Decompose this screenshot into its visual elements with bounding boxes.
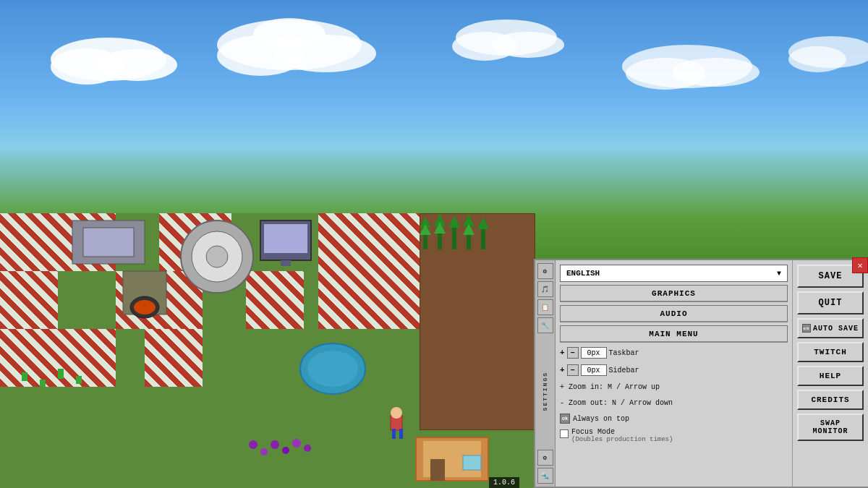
focus-mode-sublabel: (Doubles production times): [571, 436, 673, 443]
svg-marker-35: [448, 215, 460, 228]
swap-monitor-button[interactable]: SWAP MONITOR: [797, 414, 864, 441]
svg-rect-53: [392, 429, 396, 439]
svg-point-52: [391, 407, 402, 419]
settings-sidebar: ⚙ 🎵 📋 🔧 SETTINGS ⚙ 🔩: [535, 260, 556, 487]
sidebar-icon-6[interactable]: 🔩: [537, 468, 553, 484]
sidebar-label: Sidebar: [609, 367, 639, 374]
svg-point-22: [134, 300, 156, 314]
taskbar-plus[interactable]: +: [560, 348, 565, 357]
svg-point-46: [260, 448, 268, 455]
right-buttons-panel: SAVE QUIT ok AUTO SAVE TWITCH HELP CREDI…: [792, 260, 868, 487]
svg-point-2: [98, 49, 177, 81]
focus-mode-label: Focus Mode: [571, 428, 673, 436]
svg-rect-42: [40, 380, 46, 387]
sidebar-icon-4[interactable]: 🔧: [537, 317, 553, 333]
svg-point-49: [292, 439, 301, 448]
svg-point-12: [673, 58, 760, 87]
auto-save-button[interactable]: ok AUTO SAVE: [797, 318, 864, 338]
language-row: ENGLISH ▼: [560, 265, 788, 282]
svg-rect-44: [76, 376, 82, 384]
main-menu-tab[interactable]: MAIN MENU: [560, 325, 788, 343]
version-badge: 1.0.6: [489, 477, 519, 488]
credits-button[interactable]: CREDITS: [797, 390, 864, 410]
pixel-art: [0, 213, 535, 488]
always-on-top-label: Always on top: [573, 415, 629, 423]
svg-point-9: [492, 32, 564, 58]
sidebar-minus-btn[interactable]: −: [567, 364, 579, 376]
zoom-in-row: + Zoom in: M / Arrow up: [560, 380, 788, 393]
chevron-down-icon: ▼: [777, 270, 781, 278]
svg-point-6: [253, 18, 326, 50]
svg-point-50: [304, 445, 311, 452]
svg-rect-54: [399, 429, 403, 439]
svg-rect-57: [430, 459, 445, 481]
svg-point-48: [282, 447, 289, 454]
close-button[interactable]: ✕: [852, 257, 868, 273]
zoom-out-row: - Zoom out: N / Arrow down: [560, 396, 788, 409]
taskbar-label: Taskbar: [609, 349, 639, 357]
focus-mode-row: Focus Mode (Doubles production times): [560, 428, 788, 450]
settings-main-content: ENGLISH ▼ GRAPHICS AUDIO MAIN MENU + − 0…: [556, 260, 792, 487]
svg-point-45: [249, 440, 258, 449]
always-on-top-row: ok Always on top: [560, 412, 788, 425]
help-button[interactable]: HELP: [797, 366, 864, 386]
twitch-button[interactable]: TWITCH: [797, 342, 864, 362]
settings-label: SETTINGS: [542, 372, 548, 411]
auto-save-badge: ok: [802, 324, 811, 333]
settings-panel: ⚙ 🎵 📋 🔧 SETTINGS ⚙ 🔩 ENGLISH ▼ GRAPHICS …: [534, 259, 868, 488]
sidebar-icon-5[interactable]: ⚙: [537, 450, 553, 466]
svg-point-27: [307, 351, 358, 387]
sidebar-icon-2[interactable]: 🎵: [537, 281, 553, 297]
svg-rect-25: [281, 260, 291, 266]
taskbar-minus-btn[interactable]: −: [567, 347, 579, 359]
sky-clouds: [0, 0, 868, 220]
language-dropdown[interactable]: ENGLISH ▼: [560, 265, 788, 282]
sidebar-icon-3[interactable]: 📋: [537, 299, 553, 315]
svg-point-14: [788, 46, 846, 72]
taskbar-value: 0px: [581, 347, 607, 359]
sidebar-icon-1[interactable]: ⚙: [537, 263, 553, 279]
zoom-out-label: - Zoom out: N / Arrow down: [560, 399, 673, 407]
audio-tab[interactable]: AUDIO: [560, 305, 788, 322]
svg-rect-16: [83, 228, 134, 257]
svg-point-19: [206, 246, 228, 267]
always-on-top-badge: ok: [560, 414, 570, 424]
zoom-in-label: + Zoom in: M / Arrow up: [560, 383, 660, 391]
focus-mode-checkbox[interactable]: [560, 429, 569, 438]
svg-rect-43: [58, 369, 64, 379]
svg-rect-24: [264, 224, 307, 253]
svg-rect-41: [22, 372, 27, 381]
sidebar-plus[interactable]: +: [560, 366, 565, 374]
sidebar-row: + − 0px Sidebar: [560, 363, 788, 377]
taskbar-row: + − 0px Taskbar: [560, 346, 788, 360]
quit-button[interactable]: QUIT: [797, 291, 864, 314]
svg-marker-40: [477, 217, 489, 229]
graphics-tab[interactable]: GRAPHICS: [560, 285, 788, 302]
game-area: [0, 213, 535, 488]
svg-rect-58: [463, 455, 481, 470]
sidebar-value: 0px: [581, 364, 607, 376]
svg-point-47: [271, 440, 279, 449]
